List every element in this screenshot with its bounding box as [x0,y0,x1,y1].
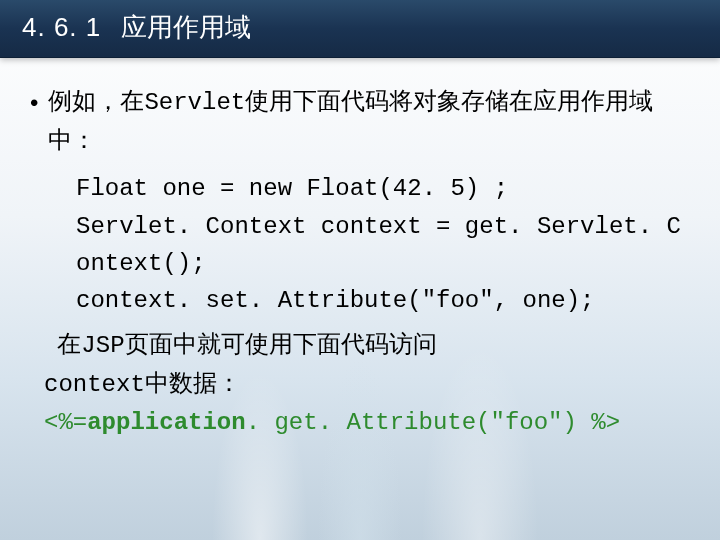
p2-mid: 页面中就可使用下面代码访问 [125,330,437,357]
p2-suffix: 中数据： [145,369,241,396]
expr-rest: . get. Attribute("foo") %> [246,409,620,436]
intro-text: 例如，在Servlet使用下面代码将对象存储在应用作用域中： [48,82,690,158]
code-line-3: context. set. Attribute("foo", one); [44,282,690,319]
slide-title-bar: 4. 6. 1 应用作用域 [0,0,720,58]
p2-code1: JSP [81,332,124,359]
access-text: 在JSP页面中就可使用下面代码访问 context中数据： [44,325,690,403]
expr-open: <%= [44,409,87,436]
p2-prefix: 在 [57,330,81,357]
section-number: 4. 6. 1 [22,12,101,43]
slide-content: • 例如，在Servlet使用下面代码将对象存储在应用作用域中： Float o… [0,58,720,441]
code-line-1: Float one = new Float(42. 5) ; [44,170,690,207]
jsp-expression: <%=application. get. Attribute("foo") %> [44,404,690,441]
p2-code2: context [44,371,145,398]
code-line-2: Servlet. Context context = get. Servlet.… [44,208,690,282]
paragraph-2: 在JSP页面中就可使用下面代码访问 context中数据： <%=applica… [30,325,690,441]
intro-code: Servlet [144,89,245,116]
intro-prefix: 例如，在 [48,87,144,114]
code-block-1: Float one = new Float(42. 5) ; Servlet. … [30,170,690,319]
section-title: 应用作用域 [121,10,251,45]
bullet-marker: • [30,84,38,121]
bullet-item: • 例如，在Servlet使用下面代码将对象存储在应用作用域中： [30,82,690,158]
expr-app: application [87,409,245,436]
